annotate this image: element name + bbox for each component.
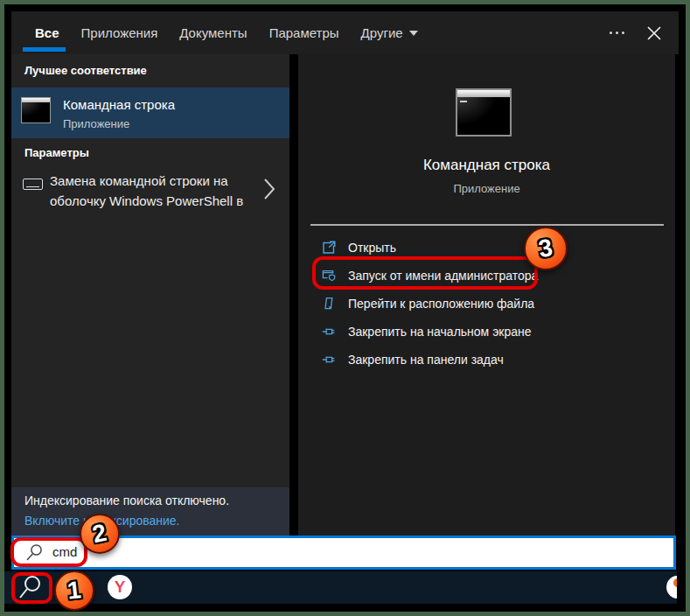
action-open-file-location[interactable]: Перейти к расположению файла xyxy=(310,290,664,318)
app-title: Командная строка xyxy=(298,157,675,174)
taskbar: Y xyxy=(4,571,677,604)
indexing-status-band: Индексирование поиска отключено. Включит… xyxy=(11,487,289,536)
tab-settings-label: Параметры xyxy=(269,25,339,40)
settings-result-text: Замена командной строки на оболочку Wind… xyxy=(50,171,251,211)
search-filter-tabbar: Все Приложения Документы Параметры Други… xyxy=(11,11,679,54)
action-pin-to-start[interactable]: Закрепить на начальном экране xyxy=(310,318,664,346)
active-tab-underline xyxy=(23,47,66,52)
more-options-icon[interactable] xyxy=(610,32,624,34)
annotation-step-2: 2 xyxy=(80,514,120,554)
console-setting-icon xyxy=(23,178,43,190)
action-pin-taskbar-label: Закрепить на панели задач xyxy=(348,353,504,367)
action-file-location-label: Перейти к расположению файла xyxy=(348,297,534,311)
best-match-header: Лучшее соответствие xyxy=(24,64,147,77)
settings-result-line1: Замена командной строки на xyxy=(50,171,251,191)
app-subtitle: Приложение xyxy=(298,182,675,195)
best-match-title: Командная строка xyxy=(63,97,175,112)
best-match-subtitle: Приложение xyxy=(63,117,129,130)
taskbar-partial-icon[interactable] xyxy=(666,576,677,598)
chevron-right-icon xyxy=(263,178,275,200)
separator xyxy=(310,224,664,226)
pin-icon xyxy=(322,325,336,339)
file-location-icon xyxy=(322,297,336,311)
results-panel: Лучшее соответствие Командная строка При… xyxy=(11,54,289,487)
dropdown-arrow-icon xyxy=(409,31,418,36)
pin-icon xyxy=(322,353,336,367)
annotation-step-1: 1 xyxy=(54,570,94,611)
status-message: Индексирование поиска отключено. xyxy=(24,494,229,508)
preview-panel: Командная строка Приложение Открыть Запу… xyxy=(298,54,675,536)
settings-result-line2: оболочку Windows PowerShell в xyxy=(50,191,251,211)
action-pin-start-label: Закрепить на начальном экране xyxy=(348,325,532,339)
tab-apps[interactable]: Приложения xyxy=(81,20,158,46)
tab-settings[interactable]: Параметры xyxy=(269,20,339,46)
annotation-step-3: 3 xyxy=(524,227,568,270)
settings-section-header: Параметры xyxy=(24,146,89,159)
annotation-highlight-search-query xyxy=(10,537,87,567)
tab-all-label: Все xyxy=(35,25,59,40)
tab-all[interactable]: Все xyxy=(35,20,59,46)
close-icon[interactable] xyxy=(645,24,663,42)
tab-documents-label: Документы xyxy=(179,25,247,40)
annotation-highlight-search-button xyxy=(11,572,52,604)
action-pin-to-taskbar[interactable]: Закрепить на панели задач xyxy=(310,346,664,374)
cmd-app-icon xyxy=(21,97,51,123)
best-match-item[interactable]: Командная строка Приложение xyxy=(11,88,289,138)
tab-documents[interactable]: Документы xyxy=(179,20,247,46)
tab-more[interactable]: Другие xyxy=(361,20,418,46)
open-icon xyxy=(322,241,336,255)
tab-more-label: Другие xyxy=(361,25,403,40)
tab-apps-label: Приложения xyxy=(81,25,158,40)
search-flyout-screenshot: Все Приложения Документы Параметры Други… xyxy=(0,0,690,616)
context-actions-list: Открыть Запуск от имени администратора П… xyxy=(310,234,664,374)
cmd-app-icon-large xyxy=(456,88,512,136)
yandex-y-glyph: Y xyxy=(115,578,126,597)
settings-result-item[interactable]: Замена командной строки на оболочку Wind… xyxy=(11,171,289,214)
yandex-browser-icon[interactable]: Y xyxy=(108,575,132,599)
action-open-label: Открыть xyxy=(348,241,396,255)
filter-tabs: Все Приложения Документы Параметры Други… xyxy=(11,20,418,46)
annotation-highlight-run-as-admin xyxy=(312,256,538,290)
